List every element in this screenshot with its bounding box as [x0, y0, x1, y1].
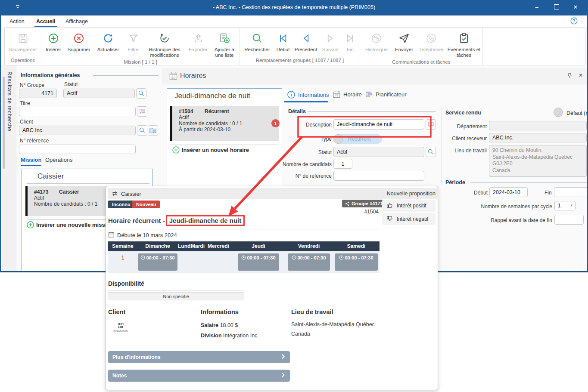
ribbon-group-communications: Historique Envoyer Téléphoner: [360, 28, 483, 65]
time-chip: 00:00 - 07:30: [288, 253, 330, 271]
insert-schedule-link[interactable]: Insérer un nouvel horaire: [182, 147, 249, 153]
details-section-title: Détails: [288, 108, 306, 114]
tab-mission[interactable]: Mission: [21, 157, 41, 166]
time-chip: 00:00 - 07:30: [138, 253, 177, 271]
minimize-button[interactable]: –: [527, 0, 547, 14]
schedule-table-row: 1 00:00 - 07:30 00:00 - 07:30 00:00 - 07…: [108, 251, 380, 273]
title-bar: - ABC Inc. - Gestion des requêtes de tem…: [1, 0, 587, 15]
search-button[interactable]: Rechercher: [241, 28, 274, 52]
reference-field[interactable]: [19, 145, 136, 154]
first-button[interactable]: Début: [274, 28, 292, 52]
client-receveur-field[interactable]: ABC Inc.: [489, 133, 587, 142]
fin-field[interactable]: [554, 187, 588, 197]
client-open-button[interactable]: [148, 125, 158, 136]
last-icon: [344, 30, 356, 47]
send-button[interactable]: Envoyer: [392, 28, 416, 52]
schedule-list-item[interactable]: #1504 Récurrent Actif Nombre de candidat…: [170, 106, 279, 141]
lieu-travail-field[interactable]: 90 Chemin du Moulin, Saint-Alexis-de-Mat…: [489, 145, 587, 177]
titre-comment-button[interactable]: [137, 106, 147, 117]
tab-action[interactable]: Action: [8, 17, 26, 26]
titre-field[interactable]: [19, 107, 136, 116]
service-default-toggle[interactable]: [554, 108, 563, 117]
detail-reference-field[interactable]: [333, 171, 424, 181]
positive-interest-button[interactable]: Intérêt positif: [382, 200, 436, 212]
tab-affichage[interactable]: Affichage: [64, 17, 90, 26]
rappel-label: Rappel avant la date de fin: [466, 217, 552, 223]
notes-bar[interactable]: Notes: [108, 370, 290, 382]
client-receveur-label: Client receveur: [432, 136, 487, 142]
lieu-travail-label: Lieu de travail: [432, 148, 487, 154]
schedule-item-id: #1504: [179, 108, 193, 114]
periode-section-title: Période: [445, 179, 465, 185]
panel-splitter-handle[interactable]: [3, 77, 5, 169]
search-results-collapsed-panel[interactable]: Résultats de recherche: [2, 65, 16, 272]
clock-icon: [292, 255, 296, 260]
repeat-icon: [112, 191, 118, 197]
filter-button[interactable]: Filtre ⌄: [123, 28, 143, 55]
statut-field[interactable]: Actif: [63, 89, 135, 98]
phone-button[interactable]: Téléphoner: [416, 28, 446, 52]
clock-icon: [241, 255, 246, 260]
client-column-title: Client: [108, 309, 125, 315]
ribbon-group-label: Opérations: [6, 56, 40, 65]
add-to-list-button[interactable]: Ajouter à une liste: [210, 28, 239, 58]
save-button[interactable]: Sauvegarder: [6, 28, 40, 52]
highlighted-schedule-name: Jeudi-dimanche de nuit: [166, 215, 245, 226]
panel-close-icon[interactable]: ✕: [579, 72, 583, 78]
horaires-header-band: Horaires ✕: [162, 68, 588, 84]
insert-mission-link[interactable]: Insérer une nouvelle mission: [36, 222, 113, 228]
maximize-button[interactable]: [547, 0, 566, 14]
help-chevron-icon[interactable]: ⌄: [580, 19, 584, 23]
next-button[interactable]: Suivant: [319, 28, 342, 52]
candidates-field[interactable]: 1: [333, 159, 352, 169]
type-toggle[interactable]: Récurrent: [333, 134, 382, 144]
help-icon[interactable]: ?: [570, 17, 578, 26]
history-modifications-button[interactable]: Historique des modifications: [143, 28, 186, 58]
wednesday-cell[interactable]: [205, 251, 232, 273]
tuesday-cell[interactable]: [191, 251, 205, 273]
saturday-cell[interactable]: 00:00 - 07:30: [333, 251, 380, 273]
friday-cell[interactable]: 00:00 - 07:30: [285, 251, 333, 273]
last-button[interactable]: Fin: [342, 28, 359, 52]
delete-button[interactable]: Supprimer: [65, 28, 93, 52]
events-tasks-icon: [458, 30, 470, 47]
search-results-tab-label[interactable]: Résultats de recherche: [6, 71, 12, 132]
export-button[interactable]: Exporter: [186, 28, 210, 52]
events-tasks-button[interactable]: Événements et tâches: [446, 28, 482, 58]
client-field[interactable]: ABC Inc.: [19, 126, 136, 135]
semaines-select[interactable]: 1 ▾: [554, 201, 576, 210]
tab-planificateur[interactable]: Planificateur: [365, 90, 407, 99]
debut-field[interactable]: 2024-03-10: [489, 187, 528, 197]
close-button[interactable]: ✕: [566, 0, 585, 14]
pin-icon[interactable]: [567, 73, 572, 80]
sunday-cell[interactable]: 00:00 - 07:30: [137, 251, 178, 273]
previous-button[interactable]: Précédent: [292, 28, 319, 52]
comm-history-button[interactable]: Historique: [361, 28, 392, 52]
tab-horaire[interactable]: Horaire: [333, 90, 362, 99]
tab-accueil[interactable]: Accueil: [34, 17, 57, 27]
clock-icon: [140, 255, 145, 260]
service-section-title: Service rendu: [445, 110, 481, 116]
client-lookup-button[interactable]: [137, 125, 147, 136]
reference-label: N° référence: [20, 138, 49, 144]
statut-lookup-button[interactable]: [136, 88, 146, 99]
refresh-button[interactable]: Actualiser: [93, 28, 123, 52]
schedule-number: #1504: [336, 209, 379, 215]
insert-button[interactable]: Insérer: [42, 28, 65, 52]
status-badge: Inconnu: [108, 201, 134, 208]
integration-logo-icon: [118, 323, 124, 328]
refresh-icon: [102, 30, 114, 47]
tab-informations[interactable]: Informations: [287, 90, 329, 99]
week-cell: 1: [108, 251, 137, 273]
negative-interest-button[interactable]: Intérêt négatif: [382, 213, 436, 225]
departement-field[interactable]: [489, 121, 587, 130]
group-number-field[interactable]: 4171: [19, 89, 57, 98]
description-field[interactable]: Jeudi-dimanche de nuit: [333, 119, 424, 130]
rappel-field[interactable]: [554, 215, 584, 225]
tab-operations[interactable]: Opérations: [45, 157, 73, 163]
add-to-list-icon: [218, 30, 230, 47]
monday-cell[interactable]: [178, 251, 191, 273]
thursday-cell[interactable]: 00:00 - 07:30: [232, 251, 285, 273]
more-informations-bar[interactable]: Plus d'informations: [108, 351, 290, 363]
detail-statut-field[interactable]: Actif: [333, 147, 424, 157]
